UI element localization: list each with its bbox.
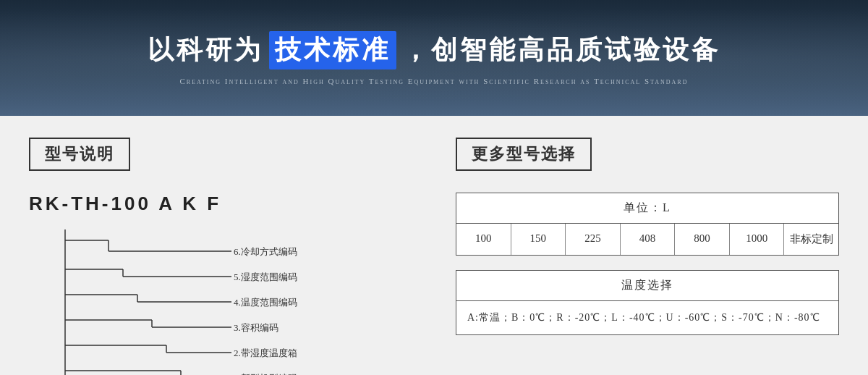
left-section: 型号说明 RK-TH-100 A K F 6.冷却方式编码 5.湿度范围编码: [29, 138, 412, 375]
model-diagram: 6.冷却方式编码 5.湿度范围编码 4.温度范围编码 3.容积编码: [43, 229, 412, 375]
svg-text:2.带湿度温度箱: 2.带湿度温度箱: [234, 347, 297, 358]
vol-cell-3: 225: [566, 224, 621, 255]
hero-title-highlight: 技术标准: [269, 31, 396, 69]
right-section-title: 更多型号选择: [456, 138, 592, 171]
svg-text:6.冷却方式编码: 6.冷却方式编码: [234, 246, 297, 257]
svg-text:5.湿度范围编码: 5.湿度范围编码: [234, 271, 297, 282]
volume-table-row: 100 150 225 408 800 1000 非标定制: [456, 224, 838, 255]
right-section: 更多型号选择 单位：L 100 150 225 408 800 1000 非标定…: [456, 138, 839, 375]
hero-subtitle: Creating Intelligent and High Quality Te…: [180, 77, 689, 85]
volume-table: 单位：L 100 150 225 408 800 1000 非标定制: [456, 193, 839, 256]
svg-text:3.容积编码: 3.容积编码: [234, 322, 278, 333]
vol-cell-2: 150: [511, 224, 566, 255]
hero-title: 以科研为 技术标准 ，创智能高品质试验设备: [148, 31, 720, 69]
vol-cell-4: 408: [621, 224, 676, 255]
volume-table-header: 单位：L: [456, 193, 838, 224]
vol-cell-7: 非标定制: [784, 224, 838, 255]
svg-text:4.温度范围编码: 4.温度范围编码: [234, 297, 297, 308]
model-label: RK-TH-100 A K F: [29, 193, 412, 215]
vol-cell-1: 100: [456, 224, 511, 255]
hero-section: 以科研为 技术标准 ，创智能高品质试验设备 Creating Intellige…: [0, 0, 868, 116]
vol-cell-6: 1000: [730, 224, 785, 255]
hero-title-suffix: ，创智能高品质试验设备: [402, 33, 720, 68]
temp-table: 温度选择 A:常温；B：0℃；R：-20℃；L：-40℃；U：-60℃；S：-7…: [456, 270, 839, 335]
temp-table-header: 温度选择: [456, 271, 838, 301]
left-section-title: 型号说明: [29, 138, 130, 171]
hero-title-prefix: 以科研为: [148, 33, 263, 68]
vol-cell-5: 800: [675, 224, 730, 255]
temp-table-body: A:常温；B：0℃；R：-20℃；L：-40℃；U：-60℃；S：-70℃；N：…: [456, 301, 838, 334]
main-content: 型号说明 RK-TH-100 A K F 6.冷却方式编码 5.湿度范围编码: [0, 116, 868, 375]
diagram-svg: 6.冷却方式编码 5.湿度范围编码 4.温度范围编码 3.容积编码: [43, 229, 420, 375]
